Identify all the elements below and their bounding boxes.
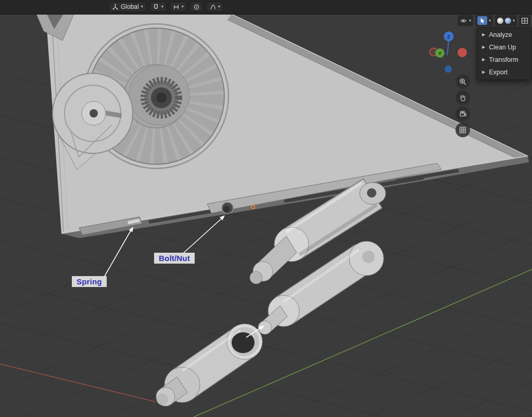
menu-item-label: Analyze — [489, 31, 512, 38]
camera-icon — [459, 110, 467, 118]
axis-x-handle[interactable] — [458, 48, 467, 57]
context-menu: ▶ Analyze ▶ Clean Up ▶ Transform ▶ Expor… — [477, 27, 531, 80]
chevron-down-icon: ▾ — [489, 19, 491, 23]
transform-orientation-dropdown[interactable]: Global ▾ — [109, 2, 146, 12]
menu-item-analyze[interactable]: ▶ Analyze — [477, 29, 531, 41]
menu-item-label: Export — [489, 69, 508, 76]
menu-item-clean-up[interactable]: ▶ Clean Up — [477, 41, 531, 54]
annotation-spring: Spring — [72, 276, 107, 287]
chevron-down-icon: ▾ — [513, 19, 515, 23]
submenu-arrow-icon: ▶ — [482, 70, 485, 74]
orientation-global-icon — [112, 4, 119, 10]
ortho-grid-icon — [459, 126, 467, 134]
snap-toggle-dropdown[interactable]: ▾ — [149, 2, 167, 12]
viewport-header: Global ▾ ▾ ▾ — [0, 0, 532, 15]
gizmo-toggle-dropdown[interactable]: ▾ — [475, 15, 493, 26]
shading-solid-button[interactable] — [497, 18, 503, 24]
submenu-arrow-icon: ▶ — [482, 58, 485, 62]
chevron-down-icon: ▾ — [218, 5, 220, 9]
chevron-down-icon: ▾ — [141, 5, 143, 9]
viewport-shading-group: ▾ — [495, 15, 517, 26]
magnifier-plus-icon — [459, 77, 467, 86]
menu-item-label: Transform — [489, 56, 518, 63]
axis-y-label: Y — [438, 51, 441, 56]
viewport-overlay-toolbar: ▾ ▾ ▾ — [458, 15, 530, 26]
viewport-nav-buttons — [455, 74, 470, 137]
eye-icon — [460, 17, 467, 24]
active-tool-button[interactable] — [477, 16, 487, 25]
proportional-editing-button[interactable] — [190, 2, 203, 12]
snap-increment-icon — [173, 4, 180, 10]
shading-material-button[interactable] — [505, 18, 511, 24]
submenu-arrow-icon: ▶ — [482, 45, 485, 49]
orientation-label: Global — [121, 3, 139, 10]
perspective-toggle-button[interactable] — [455, 123, 470, 137]
chevron-down-icon: ▾ — [161, 5, 163, 9]
viewport-canvas[interactable]: Z Y — [0, 0, 532, 417]
axis-z-negative-handle[interactable] — [445, 66, 452, 73]
annotation-bolt-nut: Bolt/Nut — [154, 253, 195, 264]
axis-z-label: Z — [447, 34, 450, 40]
proportional-circle-icon — [193, 4, 200, 10]
editor-grid-button[interactable] — [519, 15, 530, 26]
show-overlays-dropdown[interactable]: ▾ — [458, 15, 473, 26]
chevron-down-icon: ▾ — [182, 5, 184, 9]
submenu-arrow-icon: ▶ — [482, 33, 485, 37]
menu-item-export[interactable]: ▶ Export — [477, 66, 531, 79]
zoom-button[interactable] — [455, 74, 470, 89]
falloff-dropdown[interactable]: ▾ — [206, 2, 223, 12]
falloff-curve-icon — [209, 4, 216, 10]
camera-view-button[interactable] — [455, 107, 470, 121]
menu-item-label: Clean Up — [489, 44, 516, 51]
pan-button[interactable] — [455, 90, 470, 105]
grid-layout-icon — [521, 17, 528, 24]
snap-target-dropdown[interactable]: ▾ — [170, 2, 187, 12]
cursor-arrow-icon — [479, 17, 486, 24]
chevron-down-icon: ▾ — [469, 19, 471, 23]
menu-item-transform[interactable]: ▶ Transform — [477, 54, 531, 66]
magnet-icon — [153, 4, 159, 10]
hand-icon — [459, 94, 467, 102]
